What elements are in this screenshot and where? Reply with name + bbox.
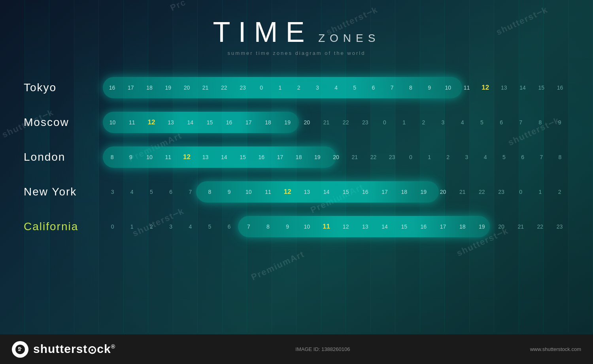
hour-cell: 20: [178, 77, 196, 98]
hour-cell: 5: [346, 77, 364, 98]
hour-cell: 10: [439, 77, 457, 98]
hour-cell: 17: [271, 146, 289, 168]
hour-cell: 20: [433, 181, 453, 203]
hour-cell: 23: [550, 216, 569, 237]
timezone-row: California012345678910111213141516171819…: [24, 215, 569, 238]
hour-cell: 15: [395, 216, 414, 237]
brand-name: shutterst⊙ck®: [33, 342, 115, 356]
hour-cell: 18: [395, 181, 414, 203]
hour-cell: 2: [414, 112, 433, 133]
hour-cell: 15: [200, 112, 219, 133]
hour-cell: 19: [159, 77, 178, 98]
hour-cell: 15: [233, 146, 252, 168]
subtitle: summer time zones diagram of the world: [0, 50, 593, 56]
footer: shutterst⊙ck® IMAGE ID: 1388260106 www.s…: [0, 334, 593, 364]
hour-cell: 4: [476, 146, 495, 168]
hour-cell: 23: [383, 146, 401, 168]
hour-cell: 7: [511, 112, 531, 133]
city-label-tokyo: Tokyo: [24, 81, 103, 94]
hour-cell: 16: [414, 216, 433, 237]
hour-cell: 5: [200, 216, 219, 237]
hour-cell: 14: [215, 146, 233, 168]
hour-cell: 9: [219, 181, 239, 203]
hour-cell: 22: [531, 216, 550, 237]
timezone-row: Moscow1011121314151617181920212223012345…: [24, 111, 569, 134]
hour-cell: 8: [551, 146, 569, 168]
hour-cell: 21: [453, 181, 472, 203]
hour-cell: 2: [142, 216, 161, 237]
hour-cell: 18: [258, 112, 278, 133]
hour-cell: 7: [532, 146, 551, 168]
hour-cell: 3: [308, 77, 327, 98]
hour-cell: 21: [196, 77, 215, 98]
city-label-moscow: Moscow: [24, 116, 103, 129]
hour-cell: 23: [355, 112, 375, 133]
hour-cell: 19: [308, 146, 327, 168]
hour-cell: 8: [103, 146, 121, 168]
hour-cell: 5: [472, 112, 491, 133]
timezone-row: London8910111213141516171819202122230123…: [24, 145, 569, 169]
hour-cell: 9: [278, 216, 297, 237]
hours-track: 01234567891011121314151617181920212223: [103, 216, 569, 237]
title-zones: ZONES: [318, 32, 380, 44]
hour-cell: 22: [472, 181, 491, 203]
hour-cell: 17: [121, 77, 140, 98]
main-content: Tokyo16171819202122230123456789101112131…: [0, 68, 593, 257]
hour-cell: 20: [491, 216, 511, 237]
hour-cell: 22: [364, 146, 383, 168]
image-url: www.shutterstock.com: [530, 346, 581, 352]
hour-cell: 19: [278, 112, 297, 133]
hour-cell: 11: [122, 112, 142, 133]
hour-cell: 11: [317, 216, 336, 237]
hour-cell: 18: [140, 77, 159, 98]
title-time: TIME: [213, 16, 313, 48]
hour-cell: 11: [258, 181, 278, 203]
timezone-row: New York34567891011121314151617181920212…: [24, 180, 569, 204]
hour-cell: 11: [159, 146, 178, 168]
hour-cell: 3: [161, 216, 181, 237]
hour-cell: 2: [439, 146, 457, 168]
hour-cell: 10: [297, 216, 317, 237]
hour-cell: 0: [511, 181, 531, 203]
hour-cell: 20: [327, 146, 345, 168]
hour-cell: 6: [513, 146, 532, 168]
hour-cell: 3: [457, 146, 476, 168]
hour-cell: 23: [233, 77, 252, 98]
hour-cell: 12: [476, 77, 495, 98]
hour-cell: 1: [271, 77, 289, 98]
hour-cell: 1: [122, 216, 142, 237]
hour-cell: 7: [181, 181, 200, 203]
hour-cell: 16: [219, 112, 239, 133]
hour-cell: 10: [239, 181, 258, 203]
hour-cell: 4: [327, 77, 345, 98]
hour-cell: 6: [491, 112, 511, 133]
hour-cell: 17: [239, 112, 258, 133]
timezone-row: Tokyo16171819202122230123456789101112131…: [24, 76, 569, 99]
hour-cell: 2: [289, 77, 308, 98]
hour-cell: 1: [420, 146, 438, 168]
hour-cell: 8: [200, 181, 219, 203]
hour-cell: 0: [103, 216, 122, 237]
hours-track: 1617181920212223012345678910111213141516: [103, 77, 569, 98]
hour-cell: 16: [551, 77, 569, 98]
hour-cell: 8: [401, 77, 420, 98]
hour-cell: 7: [383, 77, 401, 98]
hour-cell: 0: [401, 146, 420, 168]
hour-cell: 0: [252, 77, 271, 98]
hour-cell: 23: [491, 181, 511, 203]
hour-cell: 21: [511, 216, 531, 237]
hour-cell: 4: [181, 216, 200, 237]
hour-cell: 7: [239, 216, 258, 237]
hour-cell: 8: [531, 112, 550, 133]
hour-cell: 14: [375, 216, 394, 237]
hour-cell: 3: [103, 181, 122, 203]
hour-cell: 9: [550, 112, 569, 133]
hour-cell: 12: [336, 216, 355, 237]
hour-cell: 1: [395, 112, 414, 133]
hour-cell: 10: [140, 146, 159, 168]
hour-cell: 6: [161, 181, 181, 203]
hour-cell: 19: [414, 181, 433, 203]
hour-cell: 5: [142, 181, 161, 203]
hour-cell: 15: [532, 77, 551, 98]
hour-cell: 18: [289, 146, 308, 168]
